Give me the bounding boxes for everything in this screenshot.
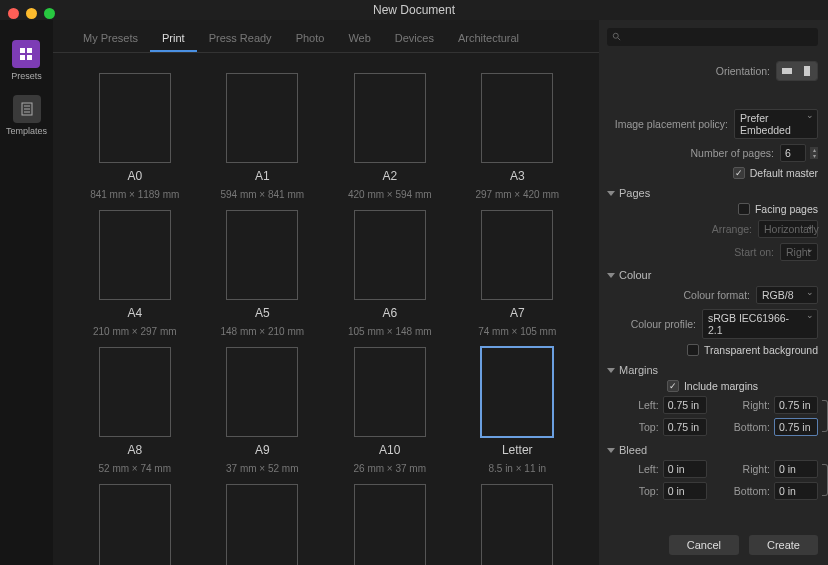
chevron-down-icon: [607, 368, 615, 373]
preset-legal[interactable]: Legal: [71, 484, 199, 565]
svg-rect-10: [782, 68, 792, 74]
preset-dimensions: 594 mm × 841 mm: [220, 189, 304, 200]
default-master-checkbox[interactable]: [733, 167, 745, 179]
preset-thumb: [226, 484, 298, 565]
preset-dimensions: 841 mm × 1189 mm: [90, 189, 179, 200]
margin-top-input[interactable]: [663, 418, 707, 436]
preset-name: A10: [379, 443, 400, 457]
presets-grid[interactable]: A0841 mm × 1189 mmA1594 mm × 841 mmA2420…: [53, 53, 599, 565]
close-window-button[interactable]: [8, 8, 19, 19]
preset-ansi-d[interactable]: ANSI D: [454, 484, 582, 565]
tab-print[interactable]: Print: [150, 26, 197, 52]
placement-dropdown[interactable]: Prefer Embedded: [734, 109, 818, 139]
preset-name: Letter: [502, 443, 533, 457]
numpages-input[interactable]: [780, 144, 806, 162]
margin-bottom-input[interactable]: [774, 418, 818, 436]
preset-name: A2: [382, 169, 397, 183]
minimize-window-button[interactable]: [26, 8, 37, 19]
facing-pages-checkbox[interactable]: [738, 203, 750, 215]
preset-dimensions: 297 mm × 420 mm: [475, 189, 559, 200]
bleed-section-header[interactable]: Bleed: [607, 444, 818, 456]
preset-dimensions: 8.5 in × 11 in: [488, 463, 546, 474]
bleed-left-input[interactable]: [663, 460, 707, 478]
transparent-label: Transparent background: [704, 344, 818, 356]
transparent-bg-checkbox[interactable]: [687, 344, 699, 356]
preset-dimensions: 420 mm × 594 mm: [348, 189, 432, 200]
preset-a2[interactable]: A2420 mm × 594 mm: [326, 73, 454, 200]
presets-icon: [12, 40, 40, 68]
colour-format-dropdown[interactable]: RGB/8: [756, 286, 818, 304]
svg-rect-3: [27, 55, 32, 60]
preset-thumb: [481, 484, 553, 565]
preset-ansi-c[interactable]: ANSI C: [326, 484, 454, 565]
orientation-landscape-button[interactable]: [777, 62, 797, 80]
preset-thumb: [226, 347, 298, 437]
preset-a4[interactable]: A4210 mm × 297 mm: [71, 210, 199, 337]
pages-section-header[interactable]: Pages: [607, 187, 818, 199]
preset-a0[interactable]: A0841 mm × 1189 mm: [71, 73, 199, 200]
cancel-button[interactable]: Cancel: [669, 535, 739, 555]
colour-format-label: Colour format:: [683, 289, 750, 301]
include-margins-checkbox[interactable]: [667, 380, 679, 392]
bleed-top-input[interactable]: [663, 482, 707, 500]
chevron-down-icon: [607, 448, 615, 453]
margin-left-input[interactable]: [663, 396, 707, 414]
window-title: New Document: [0, 0, 828, 20]
starton-dropdown[interactable]: Right: [780, 243, 818, 261]
preset-a10[interactable]: A1026 mm × 37 mm: [326, 347, 454, 474]
preset-name: A0: [127, 169, 142, 183]
tab-press-ready[interactable]: Press Ready: [197, 26, 284, 52]
preset-a5[interactable]: A5148 mm × 210 mm: [199, 210, 327, 337]
preset-a8[interactable]: A852 mm × 74 mm: [71, 347, 199, 474]
preset-name: A9: [255, 443, 270, 457]
svg-rect-1: [27, 48, 32, 53]
sidebar-item-templates[interactable]: Templates: [6, 95, 47, 136]
orientation-toggle[interactable]: [776, 61, 818, 81]
tab-devices[interactable]: Devices: [383, 26, 446, 52]
search-input[interactable]: [607, 28, 818, 46]
preset-thumb: [99, 484, 171, 565]
preset-dimensions: 74 mm × 105 mm: [478, 326, 556, 337]
preset-a7[interactable]: A774 mm × 105 mm: [454, 210, 582, 337]
colour-section-header[interactable]: Colour: [607, 269, 818, 281]
tab-architectural[interactable]: Architectural: [446, 26, 531, 52]
colour-profile-label: Colour profile:: [631, 318, 696, 330]
preset-thumb: [481, 210, 553, 300]
preset-thumb: [481, 347, 553, 437]
colour-profile-dropdown[interactable]: sRGB IEC61966-2.1: [702, 309, 818, 339]
margins-section-header[interactable]: Margins: [607, 364, 818, 376]
create-button[interactable]: Create: [749, 535, 818, 555]
preset-dimensions: 52 mm × 74 mm: [98, 463, 171, 474]
left-sidebar: Presets Templates: [0, 20, 53, 565]
numpages-label: Number of pages:: [691, 147, 774, 159]
bleed-right-input[interactable]: [774, 460, 818, 478]
svg-point-8: [613, 33, 618, 38]
tab-photo[interactable]: Photo: [284, 26, 337, 52]
tab-web[interactable]: Web: [336, 26, 382, 52]
preset-a1[interactable]: A1594 mm × 841 mm: [199, 73, 327, 200]
preset-a3[interactable]: A3297 mm × 420 mm: [454, 73, 582, 200]
preset-thumb: [354, 484, 426, 565]
link-bleed-toggle[interactable]: [822, 464, 828, 496]
starton-label: Start on:: [734, 246, 774, 258]
tab-my-presets[interactable]: My Presets: [71, 26, 150, 52]
numpages-stepper[interactable]: ▴▾: [810, 147, 818, 159]
svg-rect-2: [20, 55, 25, 60]
arrange-dropdown[interactable]: Horizontally: [758, 220, 818, 238]
facing-label: Facing pages: [755, 203, 818, 215]
bleed-bottom-input[interactable]: [774, 482, 818, 500]
placement-label: Image placement policy:: [615, 118, 728, 130]
preset-a9[interactable]: A937 mm × 52 mm: [199, 347, 327, 474]
sidebar-item-presets[interactable]: Presets: [11, 40, 42, 81]
zoom-window-button[interactable]: [44, 8, 55, 19]
preset-thumb: [481, 73, 553, 163]
category-tabs: My PresetsPrintPress ReadyPhotoWebDevice…: [53, 20, 599, 53]
margin-right-input[interactable]: [774, 396, 818, 414]
svg-rect-11: [804, 66, 810, 76]
preset-a6[interactable]: A6105 mm × 148 mm: [326, 210, 454, 337]
preset-letter[interactable]: Letter8.5 in × 11 in: [454, 347, 582, 474]
orientation-portrait-button[interactable]: [797, 62, 817, 80]
link-margins-toggle[interactable]: [822, 400, 828, 432]
arrange-label: Arrange:: [712, 223, 752, 235]
preset-ledger[interactable]: Ledger: [199, 484, 327, 565]
